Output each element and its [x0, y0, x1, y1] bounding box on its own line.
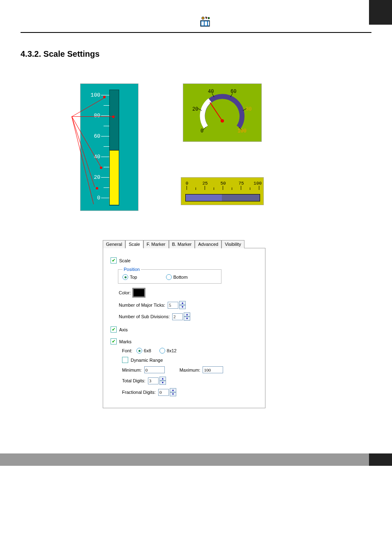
font-8x12-radio[interactable]: [159, 348, 165, 354]
vbar-tick-label: 0: [88, 195, 100, 201]
tabstrip: General Scale F. Marker B. Marker Advanc…: [103, 240, 265, 248]
svg-point-13: [221, 119, 224, 123]
position-top-radio[interactable]: [122, 274, 128, 280]
total-digits-input[interactable]: [148, 377, 159, 384]
hbar-tick-label: 0: [183, 181, 191, 186]
footer-right-block: [369, 453, 392, 466]
hbar-tick-label: 75: [237, 181, 245, 186]
position-legend: Position: [122, 267, 141, 272]
font-label: Font:: [122, 348, 132, 353]
position-fieldset: Position Top Bottom: [118, 267, 221, 284]
maximum-label: Maximum:: [180, 368, 201, 372]
sub-divisions-label: Number of Sub Divisions:: [119, 314, 170, 319]
tab-visibility[interactable]: Visibility: [221, 240, 244, 248]
svg-rect-1: [201, 21, 204, 25]
sub-divisions-input[interactable]: [172, 313, 183, 320]
gauge-tick-label: 100: [238, 128, 247, 134]
fractional-digits-spinner[interactable]: ▲▼: [170, 388, 176, 396]
gauge-tick-label: 60: [231, 89, 236, 95]
tab-panel-scale: Scale Position Top Bottom Color: Number …: [103, 248, 265, 408]
dynamic-range-checkbox[interactable]: [122, 357, 128, 363]
radial-gauge-widget: 0 20 40 60 80 100: [183, 83, 262, 142]
minimum-label: Minimum:: [122, 368, 142, 372]
scale-checkbox[interactable]: [111, 257, 117, 264]
scale-checkbox-label: Scale: [119, 258, 131, 263]
minimum-input[interactable]: [144, 366, 165, 373]
major-ticks-label: Number of Major Ticks:: [119, 303, 165, 308]
hbar-tick-label: 25: [201, 181, 209, 186]
vbar-tick-label: 60: [88, 133, 100, 139]
total-digits-label: Total Digits:: [122, 378, 145, 383]
footer-bar: [0, 453, 392, 466]
vbar-tick-label: 20: [88, 174, 100, 180]
vbar-tick-label: 100: [88, 92, 100, 98]
position-top-label: Top: [130, 275, 137, 280]
svg-point-5: [208, 17, 210, 19]
dynamic-range-label: Dynamic Range: [131, 358, 163, 363]
tab-advanced[interactable]: Advanced: [195, 240, 221, 248]
font-6x8-label: 6x8: [144, 348, 151, 353]
tab-general[interactable]: General: [103, 240, 125, 248]
fractional-digits-label: Fractional Digits:: [122, 390, 156, 395]
svg-line-12: [210, 102, 222, 121]
hbar-tick-label: 50: [219, 181, 227, 186]
position-bottom-radio[interactable]: [166, 274, 172, 280]
tab-scale[interactable]: Scale: [125, 240, 143, 248]
axis-checkbox[interactable]: [111, 326, 117, 333]
tab-bmarker[interactable]: B. Marker: [169, 240, 195, 248]
vbar-tick-label: 80: [88, 113, 100, 119]
gauge-tick-label: 40: [208, 89, 214, 95]
font-6x8-radio[interactable]: [136, 348, 142, 354]
tab-fmarker[interactable]: F. Marker: [143, 240, 169, 248]
gauge-tick-label: 20: [192, 106, 198, 112]
sub-divisions-spinner[interactable]: ▲▼: [184, 312, 190, 321]
major-ticks-spinner[interactable]: ▲▼: [179, 301, 186, 309]
horizontal-bar-widget: 0 25 50 75 100: [181, 177, 264, 205]
hbar-tick-label: 100: [254, 181, 262, 186]
color-picker[interactable]: [132, 288, 145, 298]
gauge-tick-label: 80: [246, 106, 251, 112]
position-bottom-label: Bottom: [173, 275, 188, 280]
axis-label: Axis: [119, 327, 128, 332]
total-digits-spinner[interactable]: ▲▼: [159, 377, 166, 385]
marks-label: Marks: [119, 339, 131, 344]
svg-point-4: [202, 17, 204, 19]
settings-dialog: General Scale F. Marker B. Marker Advanc…: [103, 240, 265, 408]
svg-rect-3: [208, 21, 209, 25]
fractional-digits-input[interactable]: [158, 389, 169, 396]
section-title: 4.3.2. Scale Settings: [21, 49, 392, 59]
maximum-input[interactable]: [203, 366, 223, 373]
header-dashboard-icon: [200, 16, 212, 28]
marks-checkbox[interactable]: [111, 338, 117, 345]
gauge-tick-label: 0: [201, 128, 203, 134]
major-ticks-input[interactable]: [168, 302, 178, 309]
font-8x12-label: 8x12: [167, 348, 177, 353]
header-right-block: [369, 0, 392, 25]
svg-rect-2: [205, 21, 207, 25]
color-label: Color:: [119, 290, 131, 295]
